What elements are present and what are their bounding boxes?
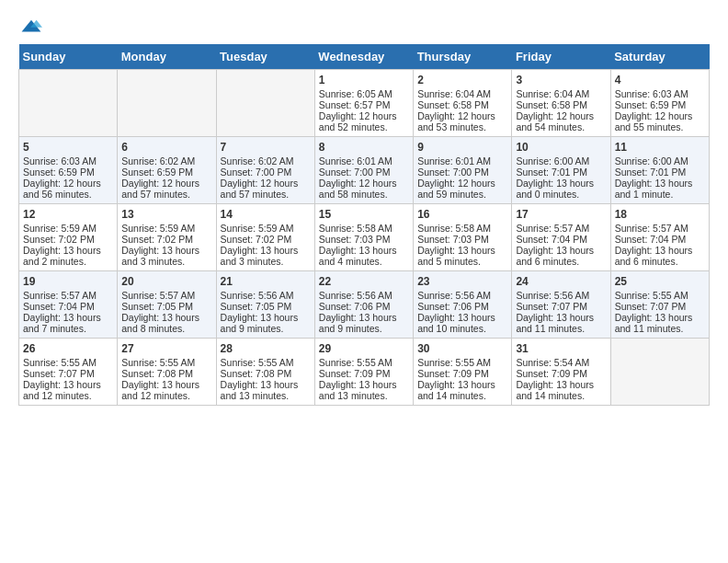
day-number: 25 (615, 275, 705, 288)
calendar-day-cell: 28Sunrise: 5:55 AMSunset: 7:08 PMDayligh… (216, 339, 314, 406)
daylight-text: Daylight: 13 hours and 3 minutes. (121, 245, 211, 267)
daylight-text: Daylight: 12 hours and 56 minutes. (23, 178, 113, 200)
sunrise-text: Sunrise: 5:57 AM (516, 223, 606, 234)
calendar-day-cell: 3Sunrise: 6:04 AMSunset: 6:58 PMDaylight… (512, 70, 610, 137)
daylight-text: Daylight: 13 hours and 7 minutes. (23, 312, 113, 334)
sunset-text: Sunset: 7:07 PM (23, 368, 113, 379)
daylight-text: Daylight: 13 hours and 8 minutes. (121, 312, 211, 334)
day-of-week-header: Friday (512, 44, 610, 70)
sunset-text: Sunset: 7:09 PM (516, 368, 606, 379)
sunrise-text: Sunrise: 6:03 AM (23, 155, 113, 167)
day-number: 29 (319, 342, 409, 355)
calendar-day-cell (19, 70, 118, 137)
calendar-day-cell: 23Sunrise: 5:56 AMSunset: 7:06 PMDayligh… (414, 271, 512, 339)
sunrise-text: Sunrise: 5:56 AM (516, 290, 606, 301)
logo-icon (20, 18, 42, 35)
calendar-day-cell: 16Sunrise: 5:58 AMSunset: 7:03 PMDayligh… (414, 204, 512, 271)
day-number: 19 (23, 275, 113, 288)
day-number: 7 (221, 141, 311, 154)
sunrise-text: Sunrise: 5:55 AM (319, 357, 409, 368)
daylight-text: Daylight: 13 hours and 13 minutes. (221, 379, 311, 401)
sunrise-text: Sunrise: 6:05 AM (319, 88, 409, 99)
sunrise-text: Sunrise: 5:55 AM (221, 357, 311, 368)
calendar-day-cell: 13Sunrise: 5:59 AMSunset: 7:02 PMDayligh… (118, 204, 216, 271)
sunset-text: Sunset: 7:04 PM (615, 234, 705, 245)
sunrise-text: Sunrise: 5:56 AM (221, 290, 311, 301)
calendar-day-cell: 27Sunrise: 5:55 AMSunset: 7:08 PMDayligh… (118, 339, 216, 406)
day-number: 21 (221, 275, 311, 288)
day-number: 17 (516, 208, 606, 221)
day-number: 28 (221, 342, 311, 355)
daylight-text: Daylight: 13 hours and 4 minutes. (319, 245, 409, 267)
calendar-day-cell: 1Sunrise: 6:05 AMSunset: 6:57 PMDaylight… (314, 70, 413, 137)
sunset-text: Sunset: 7:05 PM (221, 301, 311, 312)
sunrise-text: Sunrise: 6:04 AM (516, 88, 606, 99)
calendar-day-cell: 6Sunrise: 6:02 AMSunset: 6:59 PMDaylight… (118, 137, 216, 204)
sunrise-text: Sunrise: 5:55 AM (121, 357, 211, 368)
sunset-text: Sunset: 7:02 PM (23, 234, 113, 245)
sunset-text: Sunset: 7:06 PM (319, 301, 409, 312)
calendar-day-cell: 25Sunrise: 5:55 AMSunset: 7:07 PMDayligh… (610, 271, 709, 339)
calendar-day-cell: 22Sunrise: 5:56 AMSunset: 7:06 PMDayligh… (314, 271, 413, 339)
sunset-text: Sunset: 7:03 PM (319, 234, 409, 245)
sunset-text: Sunset: 6:58 PM (417, 99, 507, 110)
day-number: 9 (417, 141, 507, 154)
sunrise-text: Sunrise: 6:00 AM (615, 155, 705, 167)
sunrise-text: Sunrise: 5:55 AM (23, 357, 113, 368)
calendar-day-cell: 5Sunrise: 6:03 AMSunset: 6:59 PMDaylight… (19, 137, 118, 204)
calendar-week-row: 26Sunrise: 5:55 AMSunset: 7:07 PMDayligh… (19, 339, 710, 406)
daylight-text: Daylight: 13 hours and 1 minute. (615, 178, 705, 200)
calendar-day-cell: 31Sunrise: 5:54 AMSunset: 7:09 PMDayligh… (512, 339, 610, 406)
day-number: 6 (121, 141, 211, 154)
daylight-text: Daylight: 13 hours and 14 minutes. (516, 379, 606, 401)
sunrise-text: Sunrise: 5:59 AM (121, 223, 211, 234)
sunset-text: Sunset: 7:00 PM (221, 167, 311, 178)
day-number: 30 (417, 342, 507, 355)
day-number: 10 (516, 141, 606, 154)
day-number: 31 (516, 342, 606, 355)
day-number: 5 (23, 141, 113, 154)
day-of-week-header: Sunday (19, 44, 118, 70)
sunset-text: Sunset: 7:04 PM (516, 234, 606, 245)
day-number: 1 (319, 74, 409, 86)
sunset-text: Sunset: 7:08 PM (221, 368, 311, 379)
calendar-day-cell: 30Sunrise: 5:55 AMSunset: 7:09 PMDayligh… (414, 339, 512, 406)
calendar-day-cell: 29Sunrise: 5:55 AMSunset: 7:09 PMDayligh… (314, 339, 413, 406)
sunrise-text: Sunrise: 6:01 AM (417, 155, 507, 167)
sunrise-text: Sunrise: 5:58 AM (319, 223, 409, 234)
sunrise-text: Sunrise: 5:59 AM (23, 223, 113, 234)
sunrise-text: Sunrise: 5:57 AM (615, 223, 705, 234)
sunrise-text: Sunrise: 6:00 AM (516, 155, 606, 167)
sunrise-text: Sunrise: 6:02 AM (121, 155, 211, 167)
calendar-day-cell: 11Sunrise: 6:00 AMSunset: 7:01 PMDayligh… (610, 137, 709, 204)
sunset-text: Sunset: 7:06 PM (417, 301, 507, 312)
daylight-text: Daylight: 13 hours and 14 minutes. (417, 379, 507, 401)
day-number: 16 (417, 208, 507, 221)
sunrise-text: Sunrise: 6:03 AM (615, 88, 705, 99)
sunrise-text: Sunrise: 5:54 AM (516, 357, 606, 368)
calendar-day-cell: 24Sunrise: 5:56 AMSunset: 7:07 PMDayligh… (512, 271, 610, 339)
daylight-text: Daylight: 12 hours and 54 minutes. (516, 110, 606, 132)
sunrise-text: Sunrise: 6:02 AM (221, 155, 311, 167)
day-number: 14 (221, 208, 311, 221)
sunset-text: Sunset: 7:08 PM (121, 368, 211, 379)
sunrise-text: Sunrise: 6:01 AM (319, 155, 409, 167)
calendar-day-cell (216, 70, 314, 137)
page-header (18, 18, 710, 35)
daylight-text: Daylight: 13 hours and 11 minutes. (615, 312, 705, 334)
sunrise-text: Sunrise: 5:56 AM (319, 290, 409, 301)
day-of-week-header: Saturday (610, 44, 709, 70)
sunrise-text: Sunrise: 5:58 AM (417, 223, 507, 234)
daylight-text: Daylight: 12 hours and 53 minutes. (417, 110, 507, 132)
day-number: 18 (615, 208, 705, 221)
sunset-text: Sunset: 7:02 PM (221, 234, 311, 245)
daylight-text: Daylight: 13 hours and 11 minutes. (516, 312, 606, 334)
sunset-text: Sunset: 6:57 PM (319, 99, 409, 110)
sunrise-text: Sunrise: 5:57 AM (23, 290, 113, 301)
day-of-week-header: Monday (118, 44, 216, 70)
calendar-day-cell: 10Sunrise: 6:00 AMSunset: 7:01 PMDayligh… (512, 137, 610, 204)
day-number: 8 (319, 141, 409, 154)
calendar-day-cell: 9Sunrise: 6:01 AMSunset: 7:00 PMDaylight… (414, 137, 512, 204)
calendar-week-row: 19Sunrise: 5:57 AMSunset: 7:04 PMDayligh… (19, 271, 710, 339)
sunset-text: Sunset: 7:07 PM (615, 301, 705, 312)
